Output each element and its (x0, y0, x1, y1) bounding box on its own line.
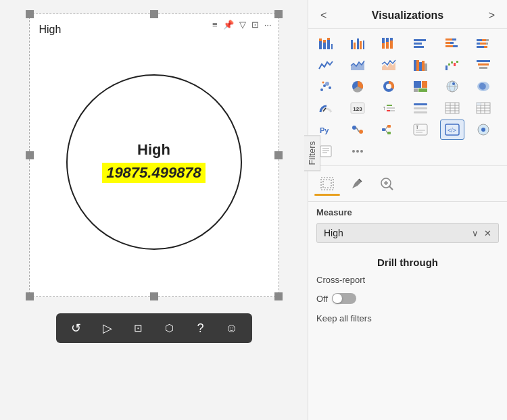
viz-area-chart[interactable] (345, 55, 370, 75)
handle-tl[interactable] (26, 10, 34, 18)
viz-smart-narrative[interactable] (471, 120, 496, 140)
more-options-icon[interactable]: ··· (264, 20, 272, 30)
viz-clustered-bar[interactable] (345, 33, 370, 53)
svg-rect-9 (357, 38, 359, 49)
svg-point-53 (325, 82, 329, 86)
viz-slicer[interactable] (408, 98, 433, 118)
viz-gauge[interactable] (314, 98, 338, 118)
svg-rect-91 (477, 103, 481, 105)
handle-rm[interactable] (274, 151, 283, 159)
handle-lm[interactable] (26, 151, 34, 159)
svg-rect-10 (360, 41, 362, 49)
filter-icon[interactable]: ▽ (239, 20, 246, 30)
viz-text-box[interactable]: T (408, 120, 433, 140)
measure-field: High ∨ ✕ (316, 223, 499, 243)
viz-donut[interactable] (377, 76, 401, 97)
measure-close-icon[interactable]: ✕ (484, 228, 491, 238)
viz-qna[interactable]: </> (440, 120, 464, 140)
svg-rect-2 (323, 43, 326, 49)
svg-rect-7 (351, 40, 353, 49)
svg-rect-42 (425, 63, 427, 71)
svg-rect-73 (387, 105, 392, 106)
export-icon[interactable]: ⬡ (160, 319, 179, 338)
svg-rect-33 (486, 43, 488, 45)
viz-card[interactable]: 123 (345, 98, 370, 118)
svg-rect-34 (477, 46, 484, 48)
svg-rect-77 (414, 107, 427, 109)
viz-treemap[interactable] (408, 76, 433, 97)
svg-rect-46 (454, 63, 456, 66)
viz-bar-chart[interactable] (408, 33, 433, 53)
svg-rect-40 (419, 62, 422, 71)
svg-rect-44 (448, 63, 450, 65)
reset-icon[interactable]: ↺ (67, 319, 86, 338)
measure-section: Measure High ∨ ✕ (308, 202, 507, 257)
svg-rect-19 (414, 43, 422, 45)
play-icon[interactable]: ▷ (98, 319, 117, 338)
svg-point-66 (452, 82, 455, 85)
move-icon[interactable]: ≡ (212, 20, 218, 30)
svg-point-58 (386, 84, 391, 89)
visual-calc-icon[interactable]: ⊡ (129, 319, 148, 338)
svg-rect-17 (390, 41, 393, 49)
viz-matrix[interactable] (471, 98, 496, 118)
viz-kpi[interactable]: ↑ (377, 98, 401, 118)
viz-bar-chart2[interactable] (440, 33, 464, 53)
viz-scatter[interactable] (314, 76, 338, 97)
handle-bm[interactable] (150, 292, 158, 300)
pin-icon[interactable]: 📌 (223, 20, 234, 30)
svg-line-120 (389, 186, 393, 190)
viz-bottom-icons (308, 166, 507, 202)
viz-stacked-bar2[interactable] (471, 33, 496, 53)
svg-rect-60 (422, 81, 427, 88)
svg-rect-39 (416, 60, 419, 71)
svg-point-93 (352, 126, 356, 130)
off-toggle[interactable] (332, 293, 356, 304)
viz-stacked-bar[interactable] (314, 33, 338, 53)
svg-rect-27 (445, 45, 453, 47)
viz-pie[interactable] (345, 76, 370, 97)
viz-decomp-tree[interactable] (377, 120, 401, 140)
viz-ribbon[interactable] (408, 55, 433, 75)
viz-line-area[interactable] (377, 55, 401, 75)
svg-rect-78 (414, 111, 427, 113)
viz-more[interactable] (345, 141, 370, 161)
viz-funnel[interactable] (471, 55, 496, 75)
viz-prev-button[interactable]: < (316, 8, 331, 23)
measure-chevron-icon[interactable]: ∨ (472, 228, 479, 238)
analytics-button[interactable] (373, 172, 400, 196)
viz-table[interactable] (440, 98, 464, 118)
measure-field-icons: ∨ ✕ (472, 228, 491, 238)
focus-icon[interactable]: ⊡ (251, 20, 259, 30)
handle-tm[interactable] (150, 10, 158, 18)
svg-point-52 (323, 84, 326, 87)
handle-br[interactable] (274, 292, 283, 300)
help-icon[interactable]: ? (191, 319, 210, 338)
viz-waterfall[interactable] (440, 55, 464, 75)
viz-key-influencers[interactable] (345, 120, 370, 140)
right-panel: < Visualizations > (308, 0, 507, 420)
viz-next-button[interactable]: > (485, 8, 499, 23)
viz-100pct-bar[interactable] (377, 33, 401, 53)
svg-rect-11 (363, 41, 364, 49)
svg-rect-28 (477, 39, 482, 41)
svg-point-51 (320, 88, 323, 91)
svg-rect-25 (445, 42, 450, 44)
viz-filled-map[interactable] (471, 76, 496, 97)
cross-report-row: Cross-report (316, 275, 499, 285)
fields-button[interactable] (314, 172, 341, 196)
filters-panel-tab[interactable]: Filters (304, 135, 320, 171)
svg-rect-50 (479, 67, 487, 69)
svg-line-99 (385, 126, 387, 130)
viz-line-chart[interactable] (314, 55, 338, 75)
handle-tr[interactable] (274, 10, 283, 18)
format-button[interactable] (343, 172, 370, 196)
svg-point-115 (360, 150, 363, 153)
svg-text:</>: </> (448, 127, 456, 134)
svg-rect-15 (386, 42, 389, 49)
feedback-icon[interactable]: ☺ (222, 319, 241, 338)
handle-bl[interactable] (26, 292, 34, 300)
bottom-toolbar: ↺ ▷ ⊡ ⬡ ? ☺ (56, 313, 252, 343)
viz-map[interactable] (440, 76, 464, 97)
svg-marker-36 (351, 61, 364, 70)
